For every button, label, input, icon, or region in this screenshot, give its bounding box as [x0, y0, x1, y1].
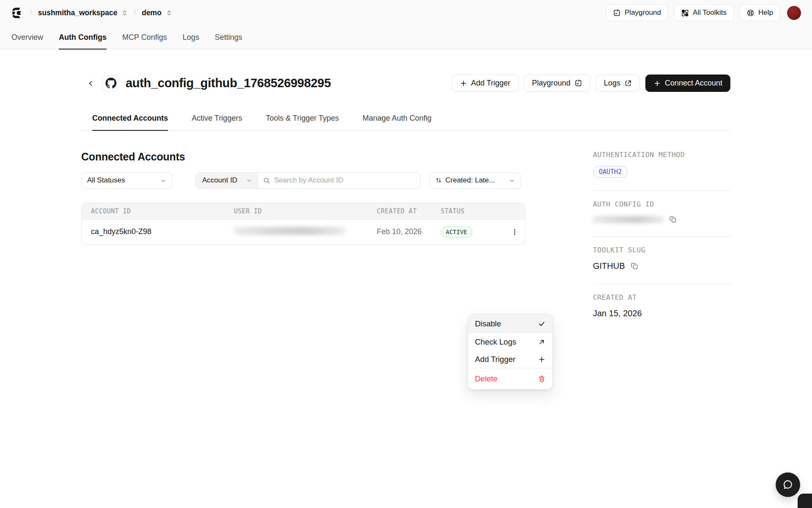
- top-bar: / sushmitha_workspace / demo Playground: [0, 0, 812, 25]
- detail-tabs: Connected Accounts Active Triggers Tools…: [81, 114, 730, 131]
- tab-tools-trigger-types[interactable]: Tools & Trigger Types: [266, 114, 339, 130]
- toolkit-slug-section: TOOLKIT SLUG GITHUB: [593, 237, 730, 284]
- created-at-value: Jan 15, 2026: [593, 309, 642, 318]
- row-context-menu: Disable Check Logs Add Trigger Delete: [468, 314, 553, 389]
- menu-item-check-logs[interactable]: Check Logs: [468, 333, 552, 351]
- section-title: Connected Accounts: [81, 151, 525, 163]
- menu-item-delete-label: Delete: [475, 374, 497, 384]
- check-icon: [538, 320, 546, 328]
- menu-item-disable-label: Disable: [475, 319, 501, 329]
- column-user-id: USER ID: [234, 207, 377, 215]
- search-field-value: Account ID: [202, 176, 237, 185]
- toolkit-slug-label: TOOLKIT SLUG: [593, 246, 730, 254]
- chat-bubble-icon: [782, 479, 794, 491]
- menu-item-add-trigger[interactable]: Add Trigger: [468, 351, 552, 368]
- status-filter-value: All Statuses: [87, 176, 125, 185]
- playground-button[interactable]: Playground: [606, 4, 668, 21]
- connect-account-button-label: Connect Account: [665, 79, 722, 88]
- user-avatar[interactable]: [787, 6, 801, 20]
- menu-item-delete[interactable]: Delete: [468, 368, 552, 389]
- primary-nav: Overview Auth Configs MCP Configs Logs S…: [0, 25, 812, 49]
- page-title: auth_config_github_1768526998295: [126, 76, 331, 90]
- page-actions: Add Trigger Playground Logs: [452, 75, 730, 92]
- back-button[interactable]: [85, 77, 97, 90]
- plus-icon: [460, 80, 467, 87]
- search-input[interactable]: [274, 176, 415, 185]
- all-toolkits-button[interactable]: All Toolkits: [674, 4, 734, 21]
- nav-tab-mcp-configs[interactable]: MCP Configs: [122, 33, 167, 49]
- corner-widget[interactable]: [798, 494, 812, 508]
- cell-user-id: [234, 227, 377, 237]
- nav-tab-settings[interactable]: Settings: [215, 33, 242, 49]
- arrow-up-right-icon: [538, 338, 546, 346]
- column-account-id: ACCOUNT ID: [82, 207, 234, 215]
- table-row[interactable]: ca_hdyz5kn0-Z98 Feb 10, 2026 ACTIVE: [82, 219, 525, 244]
- menu-item-check-logs-label: Check Logs: [475, 337, 516, 347]
- add-trigger-button-label: Add Trigger: [471, 79, 510, 88]
- chat-launcher-button[interactable]: [776, 472, 800, 497]
- breadcrumb-separator: /: [30, 8, 32, 17]
- nav-tab-logs[interactable]: Logs: [183, 33, 199, 49]
- menu-item-add-trigger-label: Add Trigger: [475, 355, 516, 364]
- connected-accounts-section: Connected Accounts All Statuses Account …: [81, 151, 525, 331]
- cell-status: ACTIVE: [441, 226, 504, 237]
- sort-select[interactable]: Created: Late...: [429, 172, 521, 189]
- tab-manage-auth-config[interactable]: Manage Auth Config: [362, 114, 431, 130]
- search-combo: Account ID: [195, 172, 421, 189]
- row-menu-button[interactable]: [508, 225, 522, 239]
- copy-icon[interactable]: [631, 262, 639, 270]
- connect-account-button[interactable]: Connect Account: [645, 75, 730, 92]
- toolkit-slug-value: GITHUB: [593, 261, 625, 271]
- menu-item-disable[interactable]: Disable: [468, 315, 552, 333]
- open-playground-button[interactable]: Playground: [524, 75, 590, 92]
- breadcrumb-separator: /: [134, 8, 136, 17]
- cell-created-at: Feb 10, 2026: [377, 227, 441, 236]
- table-header: ACCOUNT ID USER ID CREATED AT STATUS: [82, 203, 525, 219]
- auth-method-section: AUTHENTICATION METHOD OAUTH2: [593, 151, 730, 191]
- tab-active-triggers[interactable]: Active Triggers: [192, 114, 242, 130]
- column-created-at: CREATED AT: [377, 207, 441, 215]
- external-link-icon: [624, 80, 632, 87]
- chevron-down-icon: [509, 177, 515, 184]
- accounts-table: ACCOUNT ID USER ID CREATED AT STATUS ca_…: [81, 203, 525, 245]
- open-logs-button[interactable]: Logs: [596, 75, 640, 92]
- plus-icon: [538, 356, 546, 363]
- composio-logo-icon[interactable]: [11, 6, 24, 19]
- project-switcher-icon[interactable]: [166, 10, 172, 16]
- search-field-select[interactable]: Account ID: [196, 173, 258, 188]
- github-toolkit-icon: [102, 75, 119, 92]
- add-trigger-button[interactable]: Add Trigger: [452, 75, 518, 92]
- lifebuoy-icon: [746, 9, 754, 17]
- chevron-down-icon: [246, 177, 252, 183]
- filters-bar: All Statuses Account ID: [81, 172, 525, 189]
- oauth2-badge: OAUTH2: [593, 166, 628, 178]
- plus-icon: [653, 80, 661, 87]
- help-button-label: Help: [758, 8, 773, 17]
- config-details-sidebar: AUTHENTICATION METHOD OAUTH2 AUTH CONFIG…: [593, 151, 730, 331]
- auth-config-id-section: AUTH CONFIG ID: [593, 191, 730, 237]
- nav-tab-auth-configs[interactable]: Auth Configs: [59, 33, 107, 50]
- sort-value: Created: Late...: [445, 176, 505, 185]
- playground-button-label: Playground: [625, 8, 661, 17]
- page-header: auth_config_github_1768526998295 Add Tri…: [81, 75, 730, 92]
- created-at-section: CREATED AT Jan 15, 2026: [593, 284, 730, 331]
- search-icon: [263, 177, 270, 184]
- column-status: STATUS: [441, 207, 504, 215]
- breadcrumb-workspace[interactable]: sushmitha_workspace: [38, 8, 118, 17]
- help-button[interactable]: Help: [739, 4, 780, 21]
- grid-icon: [681, 9, 689, 17]
- redacted-auth-config-id: [593, 216, 664, 223]
- workspace-switcher-icon[interactable]: [121, 10, 128, 16]
- breadcrumb-project[interactable]: demo: [142, 8, 162, 17]
- all-toolkits-button-label: All Toolkits: [693, 8, 727, 17]
- sort-arrows-icon: [435, 177, 442, 184]
- cell-account-id: ca_hdyz5kn0-Z98: [82, 227, 234, 236]
- status-filter-select[interactable]: All Statuses: [81, 172, 173, 189]
- redacted-user-id: [234, 227, 345, 235]
- nav-tab-overview[interactable]: Overview: [11, 33, 43, 49]
- copy-icon[interactable]: [669, 215, 677, 224]
- tab-connected-accounts[interactable]: Connected Accounts: [92, 114, 168, 131]
- logs-button-label: Logs: [604, 79, 620, 88]
- chevron-down-icon: [160, 177, 167, 184]
- main-content: auth_config_github_1768526998295 Add Tri…: [0, 75, 812, 331]
